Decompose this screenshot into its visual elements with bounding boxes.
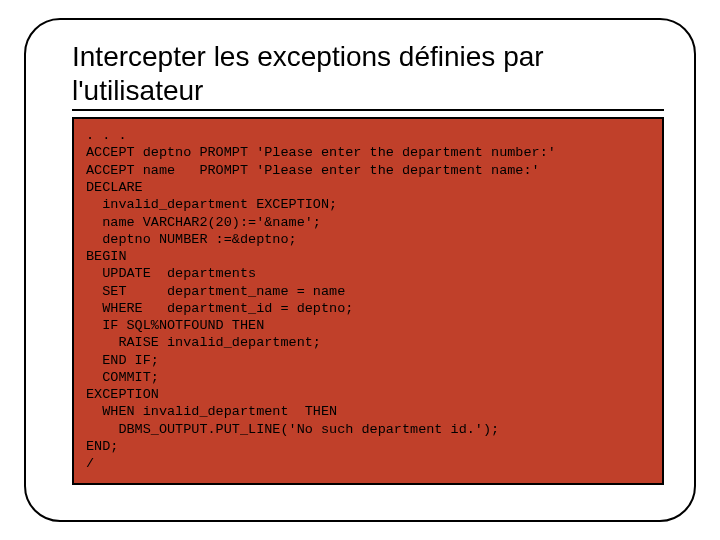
code-line: name VARCHAR2(20):='&name'; [86,215,321,230]
code-line: ACCEPT deptno PROMPT 'Please enter the d… [86,145,556,160]
code-line: IF SQL%NOTFOUND THEN [86,318,264,333]
code-line: UPDATE departments [86,266,256,281]
code-line: / [86,456,94,471]
code-line: EXCEPTION [86,387,159,402]
code-line: RAISE invalid_department; [86,335,321,350]
code-line: END; [86,439,118,454]
code-line: WHERE department_id = deptno; [86,301,353,316]
code-line: DECLARE [86,180,143,195]
code-line: . . . [86,128,127,143]
slide-frame: Intercepter les exceptions définies par … [24,18,696,522]
code-line: END IF; [86,353,159,368]
code-line: invalid_department EXCEPTION; [86,197,337,212]
slide-title: Intercepter les exceptions définies par … [72,40,664,111]
code-line: BEGIN [86,249,127,264]
code-block: . . . ACCEPT deptno PROMPT 'Please enter… [72,117,664,484]
code-line: ACCEPT name PROMPT 'Please enter the dep… [86,163,540,178]
code-line: COMMIT; [86,370,159,385]
code-line: deptno NUMBER :=&deptno; [86,232,297,247]
code-line: SET department_name = name [86,284,345,299]
code-line: WHEN invalid_department THEN [86,404,337,419]
code-line: DBMS_OUTPUT.PUT_LINE('No such department… [86,422,499,437]
